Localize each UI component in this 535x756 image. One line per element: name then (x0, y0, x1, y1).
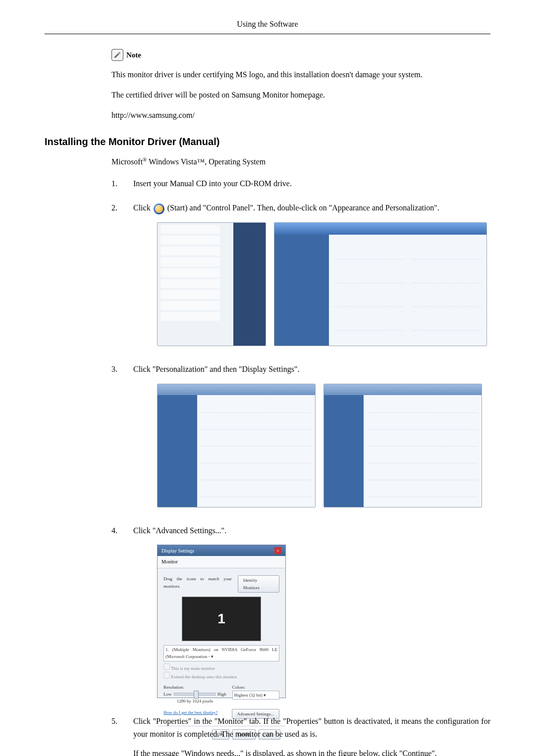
step-5: 5. Click "Properties" in the "Monitor" t… (111, 715, 490, 756)
resolution-label: Resolution: (163, 684, 226, 691)
note-url: http://www.samsung.com/ (111, 108, 490, 122)
res-high: High (217, 691, 226, 698)
res-low: Low (163, 691, 172, 698)
pencil-note-icon (111, 49, 123, 61)
note-label: Note (126, 51, 141, 59)
step-text-b: (Start) and "Control Panel". Then, doubl… (167, 203, 439, 212)
page-header-title: Using the Software (45, 20, 490, 34)
step-text: Click "Personalization" and then "Displa… (133, 363, 490, 512)
monitor-tab[interactable]: Monitor (158, 556, 285, 568)
step3-text: Click "Personalization" and then "Displa… (133, 365, 299, 373)
step5-text2: If the message "Windows needs..." is dis… (133, 747, 490, 756)
resolution-value: 1280 by 1024 pixels (163, 698, 226, 705)
display-settings-dialog: Display Settings × Monitor Drag the icon… (157, 545, 286, 698)
colors-select[interactable]: Highest (32 bit) ▾ (232, 691, 279, 700)
identify-monitors-button[interactable]: Identify Monitors (238, 575, 279, 593)
step-text: Click "Properties" in the "Monitor" tab.… (133, 715, 490, 756)
step-number: 2. (111, 202, 121, 351)
step4-text: Click "Advanced Settings...". (133, 526, 226, 535)
monitor-preview[interactable]: 1 (182, 597, 261, 641)
windows-start-icon (154, 203, 164, 214)
step-4: 4. Click "Advanced Settings...". Display… (111, 524, 490, 704)
colors-label: Colors: (232, 684, 279, 691)
section-heading: Installing the Monitor Driver (Manual) (45, 136, 490, 148)
monitor-number: 1 (217, 608, 225, 630)
dialog-title: Display Settings (161, 547, 194, 554)
step-3: 3. Click "Personalization" and then "Dis… (111, 363, 490, 512)
step-text: Insert your Manual CD into your CD-ROM d… (133, 177, 490, 190)
appearance-panel-screenshot (157, 384, 316, 507)
resolution-slider[interactable] (174, 693, 215, 696)
main-monitor-checkbox (163, 663, 170, 670)
step-number: 1. (111, 177, 121, 190)
close-icon[interactable]: × (274, 547, 281, 554)
step5-text: Click "Properties" in the "Monitor" tab.… (133, 715, 490, 740)
os-prefix: Microsoft (111, 157, 143, 166)
device-select[interactable]: 1. (Multiple Monitors) on NVIDIA GeForce… (163, 645, 279, 661)
extend-desktop-checkbox (163, 672, 170, 678)
step-number: 4. (111, 524, 121, 704)
step-text-a: Click (133, 203, 153, 212)
step-2: 2. Click (Start) and "Control Panel". Th… (111, 202, 490, 351)
personalization-panel-screenshot (323, 384, 482, 507)
step-number: 5. (111, 715, 121, 756)
note-paragraph-2: The certified driver will be posted on S… (111, 88, 490, 101)
os-rest: Windows Vista™, Operating System (147, 157, 266, 166)
chk-extend-label: Extend the desktop onto this monitor (171, 674, 237, 679)
step-number: 3. (111, 363, 121, 512)
drag-text: Drag the icons to match your monitors. (163, 575, 232, 593)
note-paragraph-1: This monitor driver is under certifying … (111, 68, 490, 81)
step-text: Click "Advanced Settings...". Display Se… (133, 524, 490, 704)
os-subtitle: Microsoft® Windows Vista™, Operating Sys… (111, 156, 490, 166)
note-row: Note (111, 49, 490, 61)
step-1: 1. Insert your Manual CD into your CD-RO… (111, 177, 490, 190)
start-menu-screenshot (157, 222, 266, 346)
control-panel-screenshot (274, 222, 487, 346)
step-text: Click (Start) and "Control Panel". Then,… (133, 202, 490, 351)
chk-main-label: This is my main monitor (171, 666, 215, 671)
